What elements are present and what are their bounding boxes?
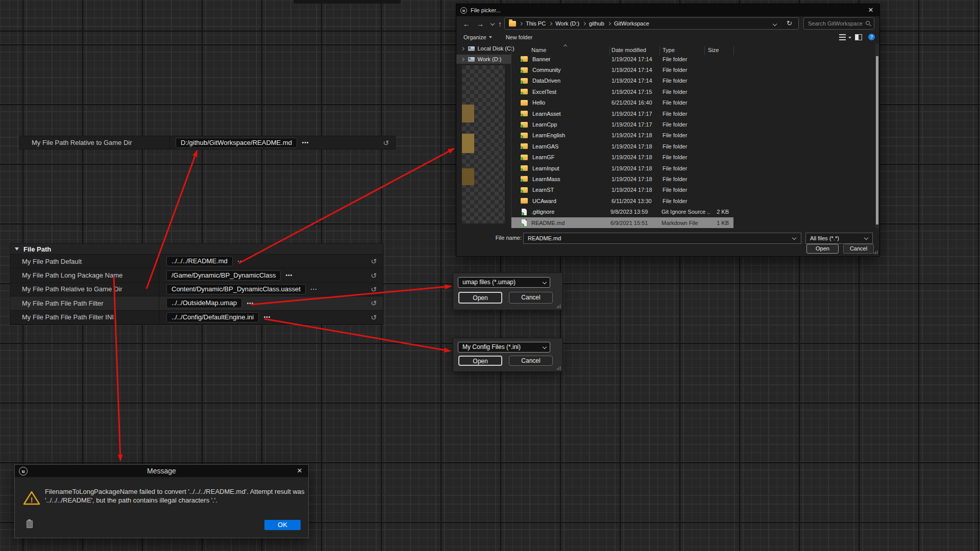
revert-icon[interactable]	[370, 271, 378, 280]
file-row[interactable]: LearnMass1/19/2024 17:18File folder	[511, 173, 875, 184]
file-row[interactable]: LearnGAS1/19/2024 17:18File folder	[511, 141, 875, 152]
up-icon[interactable]: ↑	[498, 20, 502, 28]
ellipsis-button[interactable]	[311, 287, 319, 292]
cancel-button[interactable]: Cancel	[509, 356, 553, 366]
file-date: 6/21/2024 16:40	[611, 99, 663, 106]
umap-filter-popup: umap files (*.umap) Open Cancel	[453, 273, 562, 310]
cancel-button[interactable]: Cancel	[843, 244, 874, 254]
revert-icon[interactable]	[370, 285, 378, 293]
breadcrumb-segment[interactable]: Work (D:)	[555, 20, 579, 27]
property-value-field[interactable]: ../../../README.md	[166, 256, 233, 266]
folder-git-icon	[521, 122, 528, 128]
sidebar-item[interactable]: Local Disk (C:)	[456, 44, 511, 53]
file-row[interactable]: LearnInput1/19/2024 17:18File folder	[511, 163, 875, 173]
address-bar[interactable]: This PCWork (D:)githubGitWorkspace	[504, 17, 799, 30]
file-git-icon	[522, 219, 527, 226]
file-row[interactable]: LearnCpp1/19/2024 17:17File folder	[511, 119, 875, 130]
revert-icon[interactable]	[370, 313, 378, 321]
title-bar[interactable]: Message	[15, 465, 308, 477]
file-row[interactable]: LearnEnglish1/19/2024 17:18File folder	[511, 130, 875, 141]
chevron-right-icon	[519, 21, 523, 25]
revert-icon[interactable]	[370, 257, 378, 265]
ellipsis-button[interactable]	[247, 300, 255, 306]
property-value-field[interactable]: /Game/Dynamic/BP_DynamicClass	[166, 270, 281, 281]
scrollbar-thumb[interactable]	[876, 56, 878, 224]
file-date: 1/19/2024 17:18	[611, 165, 663, 171]
help-icon[interactable]	[868, 34, 875, 40]
file-row[interactable]: .gitignore9/8/2023 13:59Git Ignore Sourc…	[511, 206, 875, 217]
preview-pane-icon[interactable]	[855, 34, 862, 40]
breadcrumb-segment[interactable]: GitWorkspace	[614, 20, 649, 27]
column-header-size[interactable]: Size	[708, 47, 719, 53]
close-icon[interactable]	[867, 6, 875, 14]
folder-git-icon	[521, 155, 528, 160]
file-date: 6/11/2024 13:30	[611, 198, 663, 204]
copy-to-clipboard-icon[interactable]	[27, 520, 33, 528]
cancel-button[interactable]: Cancel	[509, 292, 553, 304]
file-row[interactable]: LearnST1/19/2024 17:18File folder	[511, 185, 875, 195]
file-row[interactable]: README.md6/9/2021 15:51Markdown File1 KB	[511, 217, 733, 228]
expander-icon[interactable]	[461, 58, 464, 61]
ellipsis-button[interactable]	[286, 273, 294, 278]
file-type-filter-combo[interactable]: My Config Files (*.ini)	[458, 342, 550, 353]
drive-icon	[468, 46, 475, 51]
file-row[interactable]: Banner1/19/2024 17:14File folder	[511, 54, 875, 64]
property-value-field[interactable]: Content/Dynamic/BP_DynamicClass.uasset	[166, 284, 306, 294]
breadcrumb: This PCWork (D:)githubGitWorkspace	[526, 20, 649, 27]
new-folder-button[interactable]: New folder	[506, 34, 533, 40]
revert-icon[interactable]	[370, 299, 378, 307]
column-header-type[interactable]: Type	[663, 47, 675, 53]
resize-grip[interactable]	[874, 251, 878, 254]
category-header[interactable]: File Path	[10, 244, 383, 255]
view-mode-icon[interactable]	[839, 34, 846, 40]
file-size: 1 KB	[710, 220, 729, 226]
file-row[interactable]: Community1/19/2024 17:14File folder	[511, 64, 875, 75]
ellipsis-button[interactable]	[302, 140, 310, 145]
address-dropdown-icon[interactable]	[773, 22, 777, 26]
breadcrumb-segment[interactable]: github	[589, 20, 604, 27]
refresh-icon[interactable]	[787, 19, 792, 27]
scrollbar[interactable]	[875, 44, 879, 228]
file-type-combo[interactable]: All files (*.*)	[805, 233, 873, 244]
revert-icon[interactable]	[382, 139, 390, 147]
search-box[interactable]: Search GitWorkspace	[803, 17, 874, 30]
dialog-footer: File name: README.md All files (*.*) Ope…	[456, 228, 879, 256]
property-value-field[interactable]: ../../Config/DefaultEngine.ini	[166, 312, 259, 322]
drive-icon	[468, 57, 475, 62]
clipped-node	[293, 0, 401, 4]
view-dropdown-icon[interactable]	[848, 37, 851, 39]
file-row[interactable]: LearnAsset1/19/2024 17:17File folder	[511, 108, 875, 119]
forward-icon[interactable]: →	[477, 20, 484, 28]
property-value-field[interactable]: D:/github/GitWorkspace/README.md	[176, 138, 297, 148]
file-type-filter-combo[interactable]: umap files (*.umap)	[458, 277, 550, 288]
file-row[interactable]: UCAward6/11/2024 13:30File folder	[511, 195, 875, 206]
file-name-input[interactable]: README.md	[523, 233, 801, 244]
back-icon[interactable]: ←	[463, 20, 470, 28]
ellipsis-button[interactable]	[264, 315, 272, 320]
ok-button[interactable]: OK	[264, 520, 301, 530]
column-header-name[interactable]: Name	[531, 47, 546, 53]
sidebar-item-label: Work (D:)	[478, 56, 502, 62]
open-button[interactable]: Open	[458, 356, 502, 366]
navigation-pane: Local Disk (C:)Work (D:)	[456, 44, 511, 228]
recent-locations-icon[interactable]	[491, 21, 495, 25]
title-bar[interactable]: File picker...	[456, 4, 879, 16]
open-button[interactable]: Open	[806, 244, 839, 254]
file-row[interactable]: LearnGF1/19/2024 17:18File folder	[511, 152, 875, 163]
close-icon[interactable]	[296, 467, 304, 475]
file-row[interactable]: Hello6/21/2024 16:40File folder	[511, 97, 875, 108]
property-value-field[interactable]: ../../OutsideMap.umap	[166, 298, 242, 308]
ellipsis-button[interactable]	[238, 259, 246, 264]
file-row[interactable]: ExcelTest1/19/2024 17:15File folder	[511, 86, 875, 97]
sidebar-item[interactable]: Work (D:)	[456, 55, 511, 64]
resize-grip[interactable]	[557, 305, 561, 308]
open-button[interactable]: Open	[458, 292, 502, 304]
column-header-date[interactable]: Date modified	[611, 47, 646, 53]
file-type: File folder	[663, 154, 712, 160]
resize-grip[interactable]	[557, 366, 561, 370]
file-row[interactable]: DataDriven1/19/2024 17:14File folder	[511, 76, 875, 86]
expander-icon[interactable]	[461, 47, 464, 50]
file-name: README.md	[531, 220, 610, 226]
organize-button[interactable]: Organize	[463, 34, 486, 40]
breadcrumb-segment[interactable]: This PC	[526, 20, 546, 27]
